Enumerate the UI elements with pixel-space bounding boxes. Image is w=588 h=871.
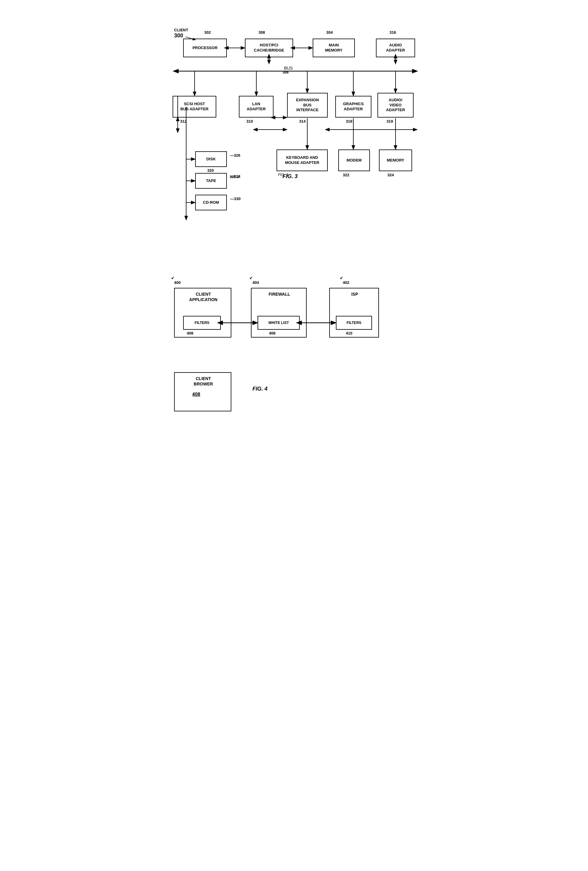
scsi-box: SCSI HOSTBUS ADAPTER	[173, 96, 216, 118]
tape-box: TAPE	[195, 173, 227, 189]
tape-num: 320	[207, 168, 214, 173]
host-pci-num: 308	[258, 30, 265, 34]
audio-adapter-box: AUDIOADAPTER	[376, 39, 415, 57]
isp-arrow: ↙	[340, 275, 343, 280]
bus-label: BUS	[284, 66, 293, 70]
fig3-caption: FIG. 3	[282, 173, 298, 180]
scsi-num: 312	[180, 119, 187, 124]
main-memory-box: MAINMEMORY	[313, 39, 355, 57]
graphics-box: GRAPHICSADAPTER	[335, 96, 372, 118]
filters-408-num: 408	[187, 331, 193, 335]
cdrom-num: —330	[230, 196, 241, 201]
cdrom-box: CD-ROM	[195, 195, 227, 210]
audio-video-box: AUDIO/VIDEOADAPTER	[378, 93, 413, 118]
disk-num: —326	[230, 153, 240, 158]
client-app-arrow: ↙	[171, 275, 175, 280]
client-app-num-label: 400	[174, 280, 181, 285]
graphics-num: 318	[346, 119, 352, 124]
filters-410-num: 410	[346, 331, 352, 335]
client-browser-box: CLIENTBROWER	[174, 372, 231, 412]
client-browser-num: 408	[192, 392, 200, 397]
disk-box: DISK	[195, 151, 227, 167]
fig3-diagram: CLIENT 300 PROCESSOR 302 HOST/PCICACHE/B…	[165, 12, 423, 247]
isp-box: ISP	[329, 288, 379, 338]
fig4-caption: FIG. 4	[252, 386, 267, 392]
memory-num: 324	[387, 173, 394, 177]
filters-408-box: FILTERS	[183, 316, 221, 330]
filters-410-box: FILTERS	[336, 316, 372, 330]
host-pci-box: HOST/PCICACHE/BRIDGE	[245, 39, 293, 57]
main-memory-num: 304	[326, 30, 333, 34]
firewall-num-label: 404	[252, 280, 259, 285]
firewall-arrow: ↙	[249, 275, 253, 280]
client-label: CLIENT	[174, 28, 188, 32]
client-app-box: CLIENTAPPLICATION	[174, 288, 231, 338]
modem-num: 322	[343, 173, 349, 177]
expansion-num: 314	[299, 119, 306, 124]
modem-box: MODEM	[338, 150, 370, 171]
audio-adapter-num: 316	[390, 30, 396, 34]
processor-box: PROCESSOR	[183, 39, 227, 57]
memory-box: MEMORY	[379, 150, 412, 171]
lan-num: 310	[246, 119, 253, 124]
audio-video-num: 319	[387, 119, 393, 124]
white-list-box: WHITE LIST	[258, 316, 300, 330]
fig4-diagram: 400 ↙ 404 ↙ 402 ↙ CLIENTAPPLICATION FIRE…	[165, 271, 423, 428]
bus-num: 306	[282, 70, 289, 75]
firewall-box: FIREWALL	[251, 288, 307, 338]
processor-num: 302	[204, 30, 211, 34]
expansion-box: EXPANSIONBUSINTERFACE	[287, 93, 328, 118]
client-num: 300	[174, 33, 183, 39]
lan-box: LANADAPTER	[239, 96, 273, 118]
keyboard-box: KEYBOARD ANDMOUSE ADAPTER	[276, 150, 328, 171]
white-list-num: 406	[269, 331, 276, 335]
tape-num2: —328	[230, 174, 240, 179]
isp-num-label: 402	[343, 280, 349, 285]
